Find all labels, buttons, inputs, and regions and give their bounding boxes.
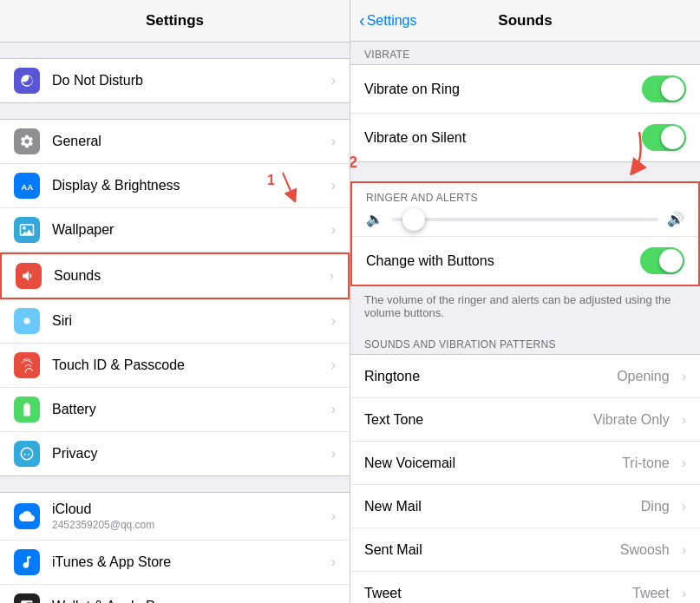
vibrate-ring-label: Vibrate on Ring [364,82,642,97]
right-panel-header: ‹ Settings Sounds [350,0,700,42]
chevron-icon: › [682,499,686,515]
chevron-icon: › [682,412,686,428]
wallet-icon [14,593,40,603]
new-voicemail-item[interactable]: New Voicemail Tri-tone › [350,442,700,485]
slider-thumb[interactable] [402,208,425,231]
vibrate-on-ring-item[interactable]: Vibrate on Ring [350,65,700,114]
do-not-disturb-content: Do Not Disturb [52,73,324,88]
svg-line-2 [283,173,293,197]
sounds-icon [16,263,42,289]
privacy-label: Privacy [52,446,324,462]
tweet-value: Tweet [632,586,670,601]
settings-group-2: General › AA Display & Brightness 1 [0,119,350,476]
back-chevron-icon: ‹ [359,10,365,30]
settings-group-1: Do Not Disturb › [0,58,350,103]
svg-text:1: 1 [267,173,275,187]
icloud-sublabel: 2452359205@qq.com [52,519,324,531]
siri-content: Siri [52,313,324,329]
ringer-inner: RINGER AND ALERTS 🔈 🔊 [352,183,698,236]
new-mail-value: Ding [641,499,670,515]
wallpaper-label: Wallpaper [52,222,324,238]
settings-item-wallet[interactable]: Wallet & Apple Pay › [0,585,350,603]
toggle-knob [661,126,684,149]
sent-mail-item[interactable]: Sent Mail Swoosh › [350,528,700,572]
sent-mail-label: Sent Mail [364,542,620,558]
settings-item-wallpaper[interactable]: Wallpaper › [0,208,350,252]
tweet-item[interactable]: Tweet Tweet › [350,572,700,603]
settings-group-3: iCloud 2452359205@qq.com › iTunes & App … [0,492,350,603]
ringer-alerts-section: 2 RINGER AND ALERTS 🔈 🔊 [350,173,700,326]
settings-list: Do Not Disturb › General › AA [0,43,350,603]
svg-point-3 [23,226,26,230]
settings-item-touchid[interactable]: Touch ID & Passcode › [0,344,350,388]
icloud-icon [14,503,40,529]
do-not-disturb-label: Do Not Disturb [52,73,324,88]
text-tone-item[interactable]: Text Tone Vibrate Only › [350,398,700,442]
settings-item-itunes[interactable]: iTunes & App Store › [0,541,350,585]
new-mail-item[interactable]: New Mail Ding › [350,485,700,528]
tweet-label: Tweet [364,586,632,601]
back-button[interactable]: ‹ Settings [359,10,416,30]
ringer-group: RINGER AND ALERTS 🔈 🔊 Change with Button… [350,181,700,286]
touchid-icon [14,352,40,378]
chevron-icon: › [331,402,336,417]
left-panel-header: Settings [0,0,350,43]
sounds-page-title: Sounds [498,12,552,29]
chevron-icon: › [331,222,336,238]
change-with-buttons-item[interactable]: Change with Buttons [352,236,698,285]
chevron-icon: › [682,586,686,601]
chevron-icon: › [682,369,686,384]
back-label: Settings [367,13,417,29]
settings-item-do-not-disturb[interactable]: Do Not Disturb › [0,59,350,102]
battery-icon [14,397,40,423]
volume-slider[interactable] [392,218,658,221]
battery-label: Battery [52,402,324,417]
ringtone-label: Ringtone [364,369,617,384]
settings-item-battery[interactable]: Battery › [0,388,350,432]
annotation-arrow-2 [583,128,652,175]
settings-left-panel: Settings Do Not Disturb › Genera [0,0,350,603]
chevron-icon: › [331,313,336,329]
sent-mail-value: Swoosh [620,542,670,558]
display-icon: AA [14,173,40,199]
chevron-icon: › [331,554,336,570]
annotation-2: 2 [350,154,357,172]
privacy-content: Privacy [52,446,324,462]
siri-icon [14,308,40,334]
toggle-knob [661,77,684,101]
icloud-content: iCloud 2452359205@qq.com [52,501,324,531]
ringtone-value: Opening [617,369,670,384]
settings-item-display[interactable]: AA Display & Brightness 1 › [0,164,350,208]
settings-item-icloud[interactable]: iCloud 2452359205@qq.com › [0,493,350,541]
svg-point-5 [26,320,29,323]
patterns-header: SOUNDS AND VIBRATION PATTERNS [350,331,700,354]
chevron-icon: › [682,456,686,471]
itunes-icon [14,549,40,575]
settings-item-general[interactable]: General › [0,120,350,164]
text-tone-value: Vibrate Only [593,412,670,428]
siri-label: Siri [52,313,324,329]
chevron-icon: › [331,73,336,88]
volume-low-icon: 🔈 [366,211,383,227]
text-tone-label: Text Tone [364,412,593,428]
settings-item-siri[interactable]: Siri › [0,299,350,344]
wallet-content: Wallet & Apple Pay [52,599,324,603]
chevron-icon: › [330,268,334,284]
settings-item-privacy[interactable]: Privacy › [0,432,350,475]
vibrate-ring-toggle[interactable] [642,75,686,102]
toggle-knob [659,249,683,272]
chevron-icon: › [682,542,686,558]
wallet-label: Wallet & Apple Pay [52,599,324,603]
change-buttons-toggle[interactable] [640,247,684,274]
sounds-right-panel: ‹ Settings Sounds VIBRATE Vibrate on Rin… [350,0,700,603]
wallpaper-content: Wallpaper [52,222,324,238]
chevron-icon: › [331,508,336,524]
ringtone-item[interactable]: Ringtone Opening › [350,355,700,398]
battery-content: Battery [52,402,324,417]
touchid-label: Touch ID & Passcode [52,357,324,373]
settings-item-sounds[interactable]: Sounds › [0,252,350,299]
touchid-content: Touch ID & Passcode [52,357,324,373]
chevron-icon: › [331,446,336,462]
sounds-content: Sounds [54,268,323,284]
chevron-icon: › [331,134,336,149]
